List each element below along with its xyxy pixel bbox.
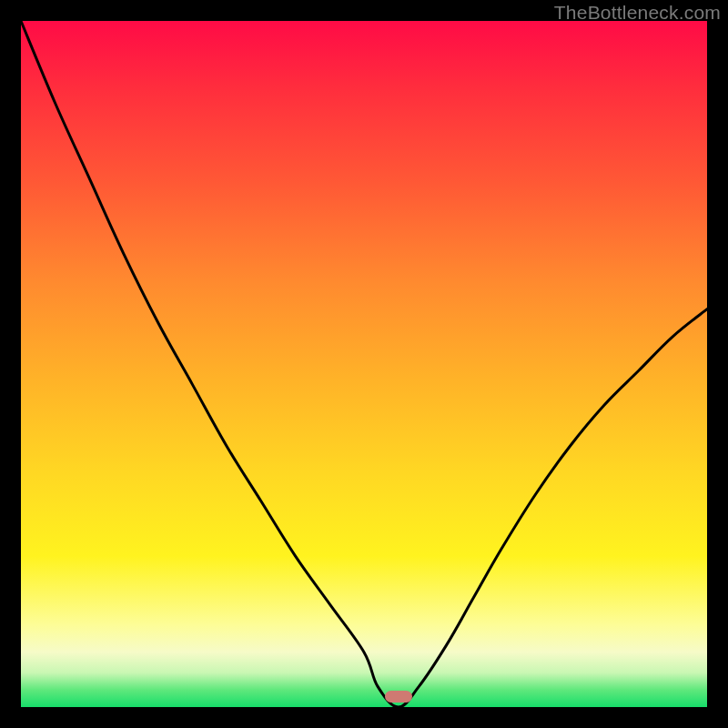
plot-area	[21, 21, 707, 707]
watermark-text: TheBottleneck.com	[554, 2, 721, 24]
chart-frame: TheBottleneck.com	[0, 0, 728, 728]
bottleneck-curve	[21, 21, 707, 707]
optimum-marker	[385, 691, 412, 703]
